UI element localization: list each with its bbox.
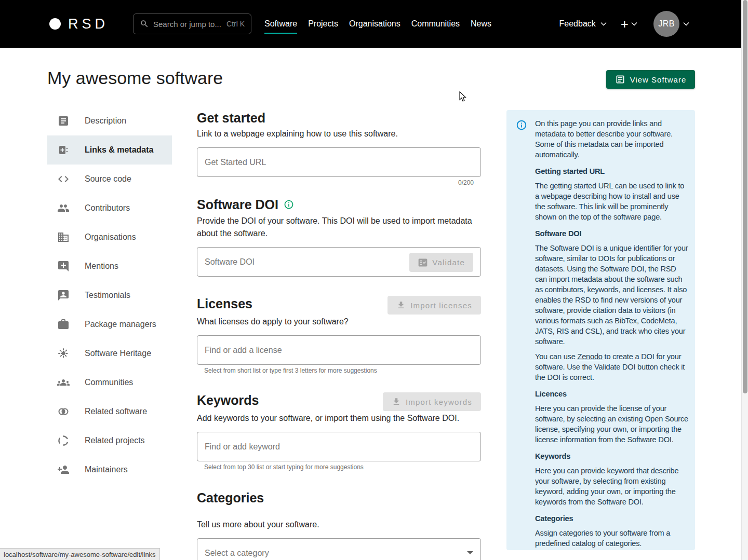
software-doi-input[interactable]: Software DOI Validate	[197, 247, 481, 277]
join-circles-icon	[57, 405, 70, 418]
page-title: My awesome software	[47, 68, 223, 88]
testimonial-icon	[57, 289, 70, 302]
sidebar-item-label: Package managers	[85, 320, 156, 329]
nav-communities[interactable]: Communities	[411, 16, 460, 32]
help-getting-started-heading: Getting started URL	[535, 166, 689, 176]
help-categories-text: Assign categories to your software from …	[535, 528, 689, 549]
import-keywords-label: Import keywords	[406, 398, 472, 406]
page-scrollbar[interactable]	[741, 0, 748, 560]
licenses-subtitle: What licenses do apply to your software?	[197, 316, 481, 328]
links-metadata-icon	[57, 144, 70, 156]
rsd-logo[interactable]: RSD	[49, 16, 109, 32]
sidebar-item-mentions[interactable]: Mentions	[47, 252, 172, 281]
import-licenses-button[interactable]: Import licenses	[388, 296, 481, 315]
fact-check-icon	[418, 257, 428, 268]
sidebar-item-label: Software Heritage	[85, 349, 151, 358]
rsd-logo-text: RSD	[68, 16, 109, 32]
get-started-heading: Get started	[197, 110, 481, 126]
work-icon	[57, 318, 70, 331]
chevron-down-icon	[683, 22, 689, 26]
info-icon[interactable]	[284, 199, 294, 210]
scrollbar-thumb[interactable]	[743, 0, 747, 393]
get-started-subtitle: Link to a webpage explaining how to use …	[197, 128, 481, 140]
software-heritage-icon	[57, 347, 70, 360]
view-software-button[interactable]: View Software	[606, 70, 695, 89]
keywords-heading: Keywords	[197, 392, 259, 408]
help-panel: On this page you can provide links and m…	[506, 110, 695, 550]
help-keywords-heading: Keywords	[535, 451, 689, 461]
download-icon	[392, 397, 401, 406]
license-input[interactable]: Find or add a license	[197, 335, 481, 365]
sidebar-item-testimonials[interactable]: Testimonials	[47, 281, 172, 310]
validate-doi-button[interactable]: Validate	[409, 253, 473, 272]
info-icon	[516, 119, 527, 131]
person-add-icon	[57, 463, 70, 476]
license-placeholder: Find or add a license	[205, 346, 282, 355]
view-software-label: View Software	[630, 75, 687, 84]
sidebar-item-label: Maintainers	[85, 465, 128, 474]
sidebar-item-label: Links & metadata	[85, 145, 153, 155]
user-menu[interactable]: JRB	[653, 11, 689, 37]
description-icon	[57, 115, 70, 127]
page: RSD Search or jump to... Ctrl K Software…	[0, 0, 748, 560]
sidebar-item-source-code[interactable]: Source code	[47, 165, 172, 194]
zenodo-link[interactable]: Zenodo	[577, 352, 602, 361]
sidebar-item-related-software[interactable]: Related software	[47, 397, 172, 426]
add-comment-icon	[57, 260, 70, 272]
help-licences-text: Here you can provide the license of your…	[535, 403, 689, 445]
sidebar-item-label: Related software	[85, 407, 147, 416]
get-started-url-input[interactable]: Get Started URL	[197, 147, 481, 177]
sidebar-item-software-heritage[interactable]: Software Heritage	[47, 339, 172, 368]
browser-status-bar: localhost/software/my-awesome-software/e…	[0, 548, 160, 560]
sidebar-item-maintainers[interactable]: Maintainers	[47, 455, 172, 484]
navbar-right: Feedback + JRB	[559, 11, 689, 37]
sidebar-item-label: Communities	[85, 378, 133, 387]
software-doi-section: Software DOI Provide the DOI of your sof…	[197, 197, 481, 277]
search-input[interactable]: Search or jump to... Ctrl K	[133, 13, 251, 34]
sidebar-item-description[interactable]: Description	[47, 106, 172, 135]
sidebar-item-organisations[interactable]: Organisations	[47, 223, 172, 252]
edit-sections-sidebar: Description Links & metadata Source code…	[47, 106, 172, 484]
people-icon	[57, 202, 70, 214]
main-nav: Software Projects Organisations Communit…	[264, 16, 491, 32]
sidebar-item-package-managers[interactable]: Package managers	[47, 310, 172, 339]
status-url: localhost/software/my-awesome-software/e…	[4, 551, 156, 558]
sidebar-item-label: Contributors	[85, 203, 130, 213]
feedback-menu[interactable]: Feedback	[559, 19, 607, 29]
help-keywords-text: Here you can provide keyword that descri…	[535, 466, 689, 507]
help-licences-heading: Licences	[535, 389, 689, 399]
char-counter: 0/200	[197, 179, 481, 186]
help-zenodo-text: You can use Zenodo to create a DOI for y…	[535, 351, 689, 383]
sidebar-item-links-metadata[interactable]: Links & metadata	[47, 135, 172, 165]
nav-software[interactable]: Software	[264, 16, 297, 32]
keyword-placeholder: Find or add keyword	[205, 442, 280, 452]
help-intro: On this page you can provide links and m…	[535, 118, 689, 160]
dashed-circle-icon	[57, 434, 70, 447]
feedback-label: Feedback	[559, 19, 596, 29]
import-keywords-button[interactable]: Import keywords	[383, 392, 481, 411]
sidebar-item-contributors[interactable]: Contributors	[47, 194, 172, 223]
sidebar-item-related-projects[interactable]: Related projects	[47, 426, 172, 455]
nav-organisations[interactable]: Organisations	[349, 16, 400, 32]
sidebar-item-label: Description	[85, 116, 126, 126]
nav-projects[interactable]: Projects	[308, 16, 338, 32]
sidebar-item-communities[interactable]: Communities	[47, 368, 172, 397]
validate-label: Validate	[432, 258, 465, 267]
code-icon	[57, 173, 70, 185]
sidebar-item-label: Testimonials	[85, 291, 130, 300]
add-menu[interactable]: +	[621, 17, 637, 31]
licenses-heading: Licenses	[197, 296, 252, 311]
categories-heading: Categories	[197, 490, 481, 506]
download-icon	[396, 301, 406, 310]
chevron-down-icon	[600, 22, 607, 26]
software-doi-placeholder: Software DOI	[205, 257, 255, 267]
groups-icon	[57, 376, 70, 389]
software-doi-subtitle: Provide the DOI of your software. This D…	[197, 215, 481, 240]
category-select-placeholder: Select a category	[205, 549, 269, 558]
keyword-input[interactable]: Find or add keyword	[197, 432, 481, 461]
help-software-doi-heading: Software DOI	[535, 228, 689, 239]
nav-news[interactable]: News	[471, 16, 491, 32]
help-categories-heading: Categories	[535, 513, 689, 524]
sidebar-item-label: Mentions	[85, 262, 118, 271]
category-select[interactable]: Select a category	[197, 538, 481, 560]
